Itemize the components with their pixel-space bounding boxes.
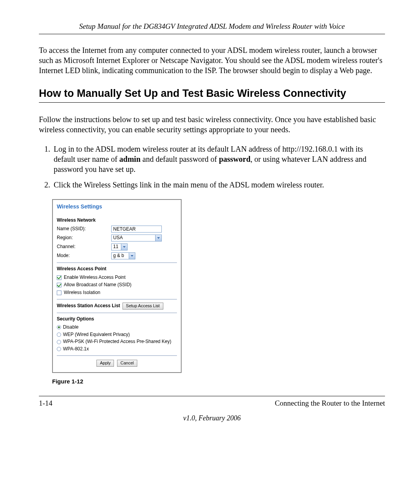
divider	[57, 313, 177, 313]
divider	[57, 355, 177, 356]
channel-value: 11	[112, 244, 121, 250]
svg-marker-2	[131, 255, 133, 257]
wireless-isolation-checkbox[interactable]	[57, 290, 61, 295]
steps-list: Log in to the ADSL modem wireless router…	[39, 144, 385, 190]
divider	[57, 262, 177, 263]
page-number: 1-14	[39, 399, 52, 408]
wireless-isolation-label: Wireless Isolation	[64, 290, 100, 296]
apply-button[interactable]: Apply	[96, 360, 114, 367]
security-wpapsk-label: WPA-PSK (Wi-Fi Protected Access Pre-Shar…	[63, 339, 172, 345]
follow-paragraph: Follow the instructions below to set up …	[39, 114, 385, 135]
section-heading: How to Manually Set Up and Test Basic Wi…	[39, 87, 385, 103]
page-header: Setup Manual for the DG834GV Integrated …	[39, 22, 385, 34]
broadcast-ssid-checkbox[interactable]	[57, 283, 61, 287]
cancel-button[interactable]: Cancel	[117, 360, 137, 367]
enable-wap-label: Enable Wireless Access Point	[64, 275, 126, 281]
footer-rule	[39, 396, 385, 396]
svg-marker-0	[157, 237, 160, 239]
access-list-label: Wireless Station Access List	[57, 303, 120, 309]
version-date: v1.0, February 2006	[39, 414, 385, 423]
intro-paragraph: To access the Internet from any computer…	[39, 45, 385, 75]
wap-label: Wireless Access Point	[57, 266, 177, 272]
security-disable-label: Disable	[63, 324, 79, 331]
channel-select[interactable]: 11	[111, 243, 128, 250]
wireless-network-label: Wireless Network	[57, 217, 177, 224]
security-wep-radio[interactable]	[57, 332, 61, 337]
divider	[57, 299, 177, 299]
mode-value: g & b	[112, 253, 129, 259]
step1-text-b: and default password of	[140, 155, 219, 163]
security-disable-radio[interactable]	[57, 325, 61, 329]
security-wpa8021x-radio[interactable]	[57, 347, 61, 351]
step-2: Click the Wireless Settings link in the …	[52, 180, 385, 190]
mode-label: Mode:	[57, 253, 111, 259]
figure-caption: Figure 1-12	[52, 378, 385, 385]
security-wpapsk-radio[interactable]	[57, 340, 61, 344]
region-label: Region:	[57, 235, 111, 241]
chapter-title: Connecting the Router to the Internet	[275, 399, 385, 408]
mode-select[interactable]: g & b	[111, 252, 135, 259]
broadcast-ssid-label: Allow Broadcast of Name (SSID)	[64, 282, 131, 288]
svg-marker-1	[123, 246, 126, 248]
ssid-input[interactable]	[111, 226, 162, 233]
security-wpa8021x-label: WPA-802.1x	[63, 346, 89, 352]
region-select[interactable]: USA	[111, 234, 162, 242]
chevron-down-icon	[155, 235, 161, 241]
region-value: USA	[112, 235, 155, 241]
step1-password: password	[219, 155, 250, 163]
security-options-label: Security Options	[57, 316, 177, 322]
enable-wap-checkbox[interactable]	[57, 275, 61, 280]
chevron-down-icon	[121, 244, 127, 250]
security-wep-label: WEP (Wired Equivalent Privacy)	[63, 332, 130, 338]
step1-admin: admin	[119, 155, 140, 163]
footer-row: 1-14 Connecting the Router to the Intern…	[39, 399, 385, 408]
channel-label: Channel:	[57, 244, 111, 250]
step-1: Log in to the ADSL modem wireless router…	[52, 144, 385, 174]
chevron-down-icon	[129, 253, 135, 259]
panel-title: Wireless Settings	[57, 203, 177, 210]
setup-access-list-button[interactable]: Setup Access List	[122, 303, 163, 310]
ssid-label: Name (SSID):	[57, 226, 111, 232]
wireless-settings-screenshot: Wireless Settings Wireless Network Name …	[52, 199, 182, 373]
